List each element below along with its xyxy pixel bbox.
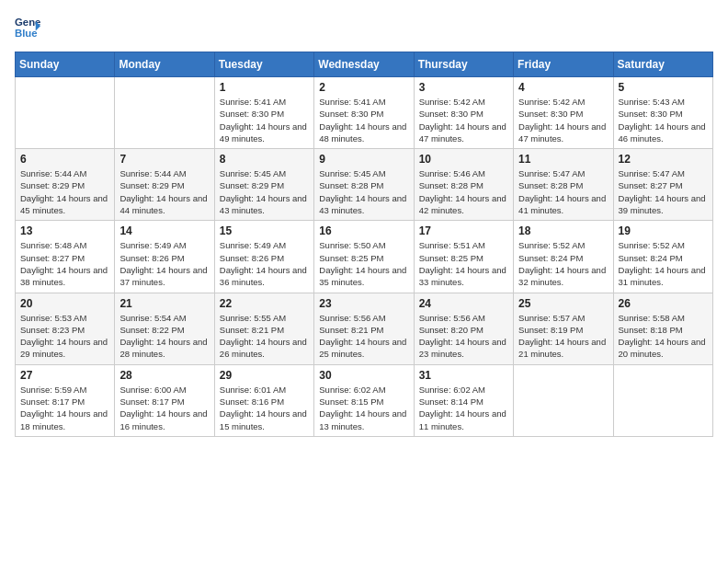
calendar-cell: 13Sunrise: 5:48 AMSunset: 8:27 PMDayligh… bbox=[16, 221, 115, 293]
day-info: Sunrise: 5:49 AMSunset: 8:26 PMDaylight:… bbox=[119, 239, 209, 288]
calendar-cell: 12Sunrise: 5:47 AMSunset: 8:27 PMDayligh… bbox=[613, 149, 712, 221]
calendar-cell bbox=[16, 77, 115, 149]
day-info: Sunrise: 5:59 AMSunset: 8:17 PMDaylight:… bbox=[20, 384, 109, 432]
day-number: 19 bbox=[619, 224, 708, 237]
calendar-cell: 18Sunrise: 5:52 AMSunset: 8:24 PMDayligh… bbox=[514, 221, 613, 293]
day-info: Sunrise: 5:44 AMSunset: 8:29 PMDaylight:… bbox=[119, 167, 209, 216]
calendar-cell: 31Sunrise: 6:02 AMSunset: 8:14 PMDayligh… bbox=[414, 364, 513, 436]
day-info: Sunrise: 5:54 AMSunset: 8:22 PMDaylight:… bbox=[119, 312, 209, 361]
day-number: 17 bbox=[419, 224, 508, 237]
calendar-cell: 30Sunrise: 6:02 AMSunset: 8:15 PMDayligh… bbox=[314, 364, 414, 436]
day-number: 31 bbox=[419, 369, 508, 382]
calendar-cell: 24Sunrise: 5:56 AMSunset: 8:20 PMDayligh… bbox=[414, 293, 513, 364]
day-number: 24 bbox=[419, 297, 508, 310]
calendar-week-2: 6Sunrise: 5:44 AMSunset: 8:29 PMDaylight… bbox=[16, 149, 713, 221]
day-number: 14 bbox=[119, 224, 209, 237]
calendar-cell bbox=[613, 364, 712, 436]
weekday-header-sunday: Sunday bbox=[16, 52, 115, 77]
day-number: 15 bbox=[220, 224, 309, 237]
calendar-cell bbox=[115, 77, 214, 149]
day-info: Sunrise: 5:57 AMSunset: 8:19 PMDaylight:… bbox=[518, 312, 608, 361]
calendar-week-1: 1Sunrise: 5:41 AMSunset: 8:30 PMDaylight… bbox=[16, 77, 713, 149]
day-number: 2 bbox=[319, 81, 408, 94]
day-number: 11 bbox=[518, 153, 608, 166]
calendar-cell: 5Sunrise: 5:43 AMSunset: 8:30 PMDaylight… bbox=[613, 77, 712, 149]
day-number: 5 bbox=[619, 81, 708, 94]
calendar-cell: 20Sunrise: 5:53 AMSunset: 8:23 PMDayligh… bbox=[16, 293, 115, 364]
day-info: Sunrise: 6:02 AMSunset: 8:15 PMDaylight:… bbox=[319, 384, 408, 432]
day-info: Sunrise: 6:02 AMSunset: 8:14 PMDaylight:… bbox=[419, 384, 508, 432]
calendar-cell: 1Sunrise: 5:41 AMSunset: 8:30 PMDaylight… bbox=[214, 77, 313, 149]
weekday-header-friday: Friday bbox=[514, 52, 613, 77]
day-number: 29 bbox=[220, 369, 309, 382]
calendar-cell: 27Sunrise: 5:59 AMSunset: 8:17 PMDayligh… bbox=[16, 364, 115, 436]
day-number: 26 bbox=[619, 297, 708, 310]
calendar-cell: 21Sunrise: 5:54 AMSunset: 8:22 PMDayligh… bbox=[115, 293, 214, 364]
calendar-cell: 16Sunrise: 5:50 AMSunset: 8:25 PMDayligh… bbox=[314, 221, 414, 293]
day-number: 25 bbox=[518, 297, 608, 310]
calendar-week-5: 27Sunrise: 5:59 AMSunset: 8:17 PMDayligh… bbox=[16, 364, 713, 436]
day-number: 16 bbox=[319, 224, 408, 237]
day-info: Sunrise: 5:44 AMSunset: 8:29 PMDaylight:… bbox=[20, 167, 109, 216]
day-number: 22 bbox=[220, 297, 309, 310]
weekday-header-saturday: Saturday bbox=[613, 52, 712, 77]
calendar-cell: 9Sunrise: 5:45 AMSunset: 8:28 PMDaylight… bbox=[314, 149, 414, 221]
day-info: Sunrise: 5:53 AMSunset: 8:23 PMDaylight:… bbox=[20, 312, 109, 361]
day-number: 28 bbox=[119, 369, 209, 382]
day-info: Sunrise: 5:48 AMSunset: 8:27 PMDaylight:… bbox=[20, 239, 109, 288]
day-info: Sunrise: 5:41 AMSunset: 8:30 PMDaylight:… bbox=[319, 96, 408, 144]
calendar-cell: 15Sunrise: 5:49 AMSunset: 8:26 PMDayligh… bbox=[214, 221, 313, 293]
day-number: 23 bbox=[319, 297, 408, 310]
day-number: 10 bbox=[419, 153, 508, 166]
day-info: Sunrise: 5:50 AMSunset: 8:25 PMDaylight:… bbox=[319, 239, 408, 288]
day-info: Sunrise: 5:51 AMSunset: 8:25 PMDaylight:… bbox=[419, 239, 508, 288]
day-number: 18 bbox=[518, 224, 608, 237]
day-info: Sunrise: 5:52 AMSunset: 8:24 PMDaylight:… bbox=[619, 239, 708, 288]
svg-text:Blue: Blue bbox=[15, 28, 38, 39]
day-info: Sunrise: 5:55 AMSunset: 8:21 PMDaylight:… bbox=[220, 312, 309, 361]
day-info: Sunrise: 5:42 AMSunset: 8:30 PMDaylight:… bbox=[419, 96, 508, 144]
calendar-cell: 3Sunrise: 5:42 AMSunset: 8:30 PMDaylight… bbox=[414, 77, 513, 149]
logo-icon: General Blue bbox=[15, 15, 40, 40]
calendar-cell: 4Sunrise: 5:42 AMSunset: 8:30 PMDaylight… bbox=[514, 77, 613, 149]
calendar-cell: 2Sunrise: 5:41 AMSunset: 8:30 PMDaylight… bbox=[314, 77, 414, 149]
day-number: 12 bbox=[619, 153, 708, 166]
day-info: Sunrise: 5:56 AMSunset: 8:20 PMDaylight:… bbox=[419, 312, 508, 361]
day-number: 6 bbox=[20, 153, 109, 166]
calendar-cell: 25Sunrise: 5:57 AMSunset: 8:19 PMDayligh… bbox=[514, 293, 613, 364]
day-info: Sunrise: 5:47 AMSunset: 8:28 PMDaylight:… bbox=[518, 167, 608, 216]
day-info: Sunrise: 6:00 AMSunset: 8:17 PMDaylight:… bbox=[119, 384, 209, 432]
calendar-cell: 6Sunrise: 5:44 AMSunset: 8:29 PMDaylight… bbox=[16, 149, 115, 221]
logo: General Blue bbox=[15, 15, 40, 40]
weekday-header-row: SundayMondayTuesdayWednesdayThursdayFrid… bbox=[16, 52, 713, 77]
day-number: 13 bbox=[20, 224, 109, 237]
calendar-cell bbox=[514, 364, 613, 436]
day-info: Sunrise: 5:42 AMSunset: 8:30 PMDaylight:… bbox=[518, 96, 608, 144]
calendar-cell: 22Sunrise: 5:55 AMSunset: 8:21 PMDayligh… bbox=[214, 293, 313, 364]
calendar-week-3: 13Sunrise: 5:48 AMSunset: 8:27 PMDayligh… bbox=[16, 221, 713, 293]
calendar-cell: 14Sunrise: 5:49 AMSunset: 8:26 PMDayligh… bbox=[115, 221, 214, 293]
calendar-cell: 28Sunrise: 6:00 AMSunset: 8:17 PMDayligh… bbox=[115, 364, 214, 436]
calendar-cell: 11Sunrise: 5:47 AMSunset: 8:28 PMDayligh… bbox=[514, 149, 613, 221]
weekday-header-thursday: Thursday bbox=[414, 52, 513, 77]
day-info: Sunrise: 5:56 AMSunset: 8:21 PMDaylight:… bbox=[319, 312, 408, 361]
calendar-cell: 26Sunrise: 5:58 AMSunset: 8:18 PMDayligh… bbox=[613, 293, 712, 364]
calendar-cell: 17Sunrise: 5:51 AMSunset: 8:25 PMDayligh… bbox=[414, 221, 513, 293]
day-number: 3 bbox=[419, 81, 508, 94]
day-number: 7 bbox=[119, 153, 209, 166]
day-number: 20 bbox=[20, 297, 109, 310]
day-info: Sunrise: 5:49 AMSunset: 8:26 PMDaylight:… bbox=[220, 239, 309, 288]
calendar-cell: 23Sunrise: 5:56 AMSunset: 8:21 PMDayligh… bbox=[314, 293, 414, 364]
day-info: Sunrise: 5:45 AMSunset: 8:28 PMDaylight:… bbox=[319, 167, 408, 216]
day-info: Sunrise: 5:43 AMSunset: 8:30 PMDaylight:… bbox=[619, 96, 708, 144]
day-number: 1 bbox=[220, 81, 309, 94]
day-number: 30 bbox=[319, 369, 408, 382]
calendar-week-4: 20Sunrise: 5:53 AMSunset: 8:23 PMDayligh… bbox=[16, 293, 713, 364]
calendar-cell: 10Sunrise: 5:46 AMSunset: 8:28 PMDayligh… bbox=[414, 149, 513, 221]
day-info: Sunrise: 5:47 AMSunset: 8:27 PMDaylight:… bbox=[619, 167, 708, 216]
calendar-cell: 8Sunrise: 5:45 AMSunset: 8:29 PMDaylight… bbox=[214, 149, 313, 221]
calendar-cell: 7Sunrise: 5:44 AMSunset: 8:29 PMDaylight… bbox=[115, 149, 214, 221]
calendar-table: SundayMondayTuesdayWednesdayThursdayFrid… bbox=[15, 52, 713, 437]
weekday-header-wednesday: Wednesday bbox=[314, 52, 414, 77]
calendar-cell: 19Sunrise: 5:52 AMSunset: 8:24 PMDayligh… bbox=[613, 221, 712, 293]
